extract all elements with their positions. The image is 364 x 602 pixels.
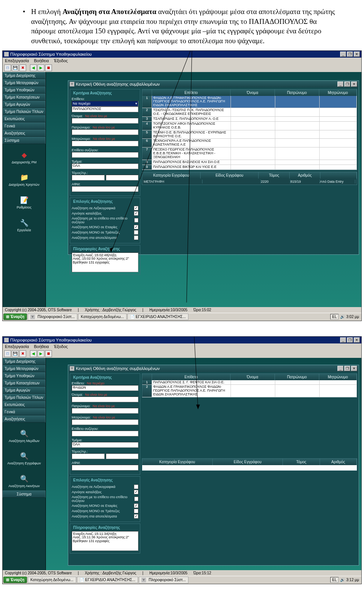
side-icon-search-prop[interactable]: 🔍 Αναζήτηση Ακινήτων	[3, 474, 46, 488]
inner-min[interactable]: _	[337, 366, 344, 371]
table-row[interactable]: 5ΤΕΧΝΗ Ο.Ε. Β.ΠΑΠΑΔΟΠΟΥΛΟΣ - ΕΥΡΙΠΙΔΗΣ Β…	[142, 130, 357, 139]
close-button[interactable]: ✕	[354, 337, 360, 343]
chk-banks[interactable]	[134, 230, 138, 235]
nav-item[interactable]: Τμήμα Μεταγραφών	[3, 79, 46, 86]
onoma-input[interactable]	[72, 118, 138, 124]
chk-companies[interactable]: ✓	[134, 503, 138, 508]
nav-item[interactable]: Τμήμα Διαχείρισης	[3, 358, 46, 365]
menu-edit[interactable]: Επεξεργασία	[5, 58, 29, 63]
tmima-select[interactable]: ΌΛΑ	[72, 442, 138, 448]
tool-stop[interactable]: ⏹	[45, 64, 52, 71]
nav-item[interactable]: Τμήμα Υποθηκών	[3, 86, 46, 94]
epitheto-op[interactable]: Να περιέχει▾	[72, 101, 138, 107]
chk-inresults[interactable]: ✓	[134, 514, 138, 519]
tomos-input[interactable]	[72, 453, 105, 459]
nav-item[interactable]: Τμήμα Παλαιών Τίτλων	[3, 394, 46, 401]
chk-banks[interactable]	[134, 509, 138, 513]
chk-inresults[interactable]	[134, 235, 138, 240]
table-row[interactable]: 1ΠΑΠΑΔΟΠΟΥΛΟΣ Σ. Γ. ΦΕΝΤΟΣ ΚΑΙ ΣΙΑ Ο.Ε.	[142, 380, 357, 385]
table-row[interactable]: 1ΦΑΙΔΩΝ Α.Ε ΓΡΑΜΑΤΙΚΟΠΟΥΛΟΣ ΦΑΙΔΩΝ- ΓΕΩΡ…	[142, 96, 357, 108]
table-row[interactable]: 8ΠΑΠΑΔΟΠΟΥΛΟΣ ΒΑΣΙΛΕΙΟΣ ΚΑΙ ΣΙΑ Ο.Ε	[142, 160, 357, 165]
chk-suffix[interactable]: ✓	[134, 490, 138, 494]
nav-item[interactable]: Τμήμα Μεταγραφών	[3, 365, 46, 372]
nav-item[interactable]: Τμήμα Παλαιών Τίτλων	[3, 108, 46, 115]
menu-exit[interactable]: Έξοδος	[54, 344, 68, 349]
afm-input[interactable]	[72, 465, 138, 470]
side-icon-search-docs[interactable]: 🔍 Αναζήτηση Εγγράφων	[3, 451, 46, 466]
table-row[interactable]: 2ΦΑΙΔΩΝ Α.Ε ΓΡΑΜΑΤΙΚΟΠΟΥΛΟΣ ΦΑΙΔΩΝ- ΓΕΩΡ…	[142, 385, 357, 397]
lang-indicator[interactable]: EL	[330, 577, 339, 583]
chk-lex[interactable]: ✓	[134, 206, 138, 210]
side-icon-users[interactable]: 📁 Διαχείριση Χρηστών	[3, 172, 46, 187]
tool-delete[interactable]: ✖	[19, 350, 26, 357]
maximize-button[interactable]: ❐	[347, 337, 353, 343]
chk-spouse[interactable]	[134, 497, 138, 501]
task-btn[interactable]: Καταχώρηση Δεδομένω...	[28, 577, 76, 583]
nav-item[interactable]: Εκτυπώσεις	[3, 401, 46, 408]
epitheto-input[interactable]: ΠΑΠΑΔΟΠΟΥΛΟΣ	[72, 107, 138, 112]
task-btn[interactable]: Καταχώρηση Δεδομένω...	[78, 314, 127, 320]
close-button[interactable]: ✕	[354, 52, 360, 57]
onoma-input[interactable]	[72, 397, 138, 402]
chk-spouse[interactable]	[134, 218, 138, 223]
inner-close[interactable]: ✕	[351, 366, 357, 371]
nav-item[interactable]: Σύστημα	[3, 137, 46, 144]
menu-help[interactable]: Βοήθεια	[34, 344, 49, 349]
tool-save[interactable]: 💾	[12, 64, 19, 71]
task-btn[interactable]: YΠληροφοριακό Σύστ...	[28, 314, 77, 320]
tool-new[interactable]: □	[4, 64, 11, 71]
lang-indicator[interactable]: EL	[330, 314, 339, 320]
nav-item[interactable]: Τμήμα Αγωγών	[3, 101, 46, 108]
inner-close[interactable]: ✕	[351, 82, 357, 87]
task-btn[interactable]: YΠληροφοριακό Σύστ...	[139, 577, 188, 583]
tool-delete[interactable]: ✖	[19, 64, 26, 71]
ar-input[interactable]	[106, 175, 139, 180]
maximize-button[interactable]: ❐	[347, 52, 353, 57]
table-row[interactable]: 2ΤΣΙΩΤΑΣ Α.-ΤΣΙΩΤΑΣ Π. Κ. ΠΑΠΑΔΟΠΟΥΛΟΣ Ο…	[142, 108, 357, 117]
tool-save[interactable]: 💾	[12, 350, 19, 357]
tool-stop[interactable]: ⏹	[45, 350, 52, 357]
chk-suffix[interactable]: ✓	[134, 211, 138, 216]
ar-input[interactable]	[106, 453, 139, 459]
side-icon-search-shares[interactable]: 🔍 Αναζήτηση Μερίδων	[3, 429, 46, 443]
table-row[interactable]: 4ΤΟΠΙΤΖΟΓΛΟΥ ΑΦΟΙ ΠΑΠΑΔΟΠΟΥΛΟΣ ΚΥΡΙΑΚΟΣ …	[142, 122, 357, 130]
minimize-button[interactable]: _	[340, 52, 346, 57]
tool-new[interactable]: □	[4, 350, 11, 357]
nav-item[interactable]: Γενικά	[3, 408, 46, 415]
mitronymo-input[interactable]	[72, 141, 138, 146]
side-icon-rm[interactable]: ◆ Διαχειριστής ΡΜ	[3, 150, 46, 165]
minimize-button[interactable]: _	[340, 337, 346, 343]
nav-item[interactable]: Αναζητήσεις	[3, 415, 46, 423]
nav-item[interactable]: Τμήμα Αγωγών	[3, 387, 46, 394]
table-row[interactable]: 7ΠΕΞΕΚΟ ΓΕΩΡΓΙΟΣ ΠΑΠΑΔΟΠΟΥΛΟΣ Ε.Β.Ε.Β.ΤΕ…	[142, 147, 357, 160]
nav-item[interactable]: Αναζητήσεις	[3, 130, 46, 137]
menu-edit[interactable]: Επεξεργασία	[5, 344, 29, 349]
patronymo-input[interactable]	[72, 408, 138, 414]
start-button[interactable]: ⊞ Έναρξη	[3, 577, 27, 583]
side-icon-tools[interactable]: 🔧 Εργαλεία	[3, 218, 46, 232]
tray-icon[interactable]: 🔊	[340, 315, 345, 319]
tool-next[interactable]: ▶	[38, 350, 44, 357]
table-row[interactable]: 3ΤΣΑΠΑΡΙΔΗΣ Σ. ΠΑΠΑΔΟΠΟΥΛΟΥ Α. Ο.Ε	[142, 117, 357, 122]
table-row[interactable]: 6ΤΕΧΝΟΑΓΚΡΑ Α.Ε ΠΑΠΑΔΟΠΟΥΛΟΣ ΚΩΝΣΤΑΝΤΙΝΟ…	[142, 139, 357, 147]
chk-companies[interactable]: ✓	[134, 225, 138, 229]
nav-item[interactable]: Τμήμα Υποθηκών	[3, 372, 46, 379]
nav-item[interactable]: Τμήμα Κατασχέσεων	[3, 379, 46, 387]
nav-item[interactable]: Εκτυπώσεις	[3, 115, 46, 122]
menu-exit[interactable]: Έξοδος	[54, 58, 68, 63]
tool-prev[interactable]: ◀	[30, 64, 37, 71]
epitheto-input[interactable]: ΦΑΙΔΩΝ	[72, 385, 138, 391]
chk-lex[interactable]	[134, 484, 138, 489]
task-btn[interactable]: 📄 ΕΓΧΕΙΡΙΔΙΟ ΑΝΑΖΗΤΗΣΗΣ...	[77, 577, 138, 583]
nav-item[interactable]: Τμήμα Διαχείρισης	[3, 72, 46, 79]
syzygos-input[interactable]	[72, 431, 138, 436]
tray-icon[interactable]: 🔊	[340, 578, 345, 582]
nav-item[interactable]: Τμήμα Κατασχέσεων	[3, 94, 46, 101]
tmima-select[interactable]: ΌΛΑ	[72, 163, 138, 169]
tool-prev[interactable]: ◀	[30, 350, 37, 357]
side-icon-settings[interactable]: 📝 Ρυθμίσεις	[3, 195, 46, 210]
inner-max[interactable]: ❐	[344, 366, 350, 371]
task-btn[interactable]: 📄 ΕΓΧΕΙΡΙΔΙΟ ΑΝΑΖΗΤΗΣΗΣ...	[127, 314, 188, 320]
afm-input[interactable]	[72, 186, 138, 192]
syzygos-input[interactable]	[72, 152, 138, 158]
